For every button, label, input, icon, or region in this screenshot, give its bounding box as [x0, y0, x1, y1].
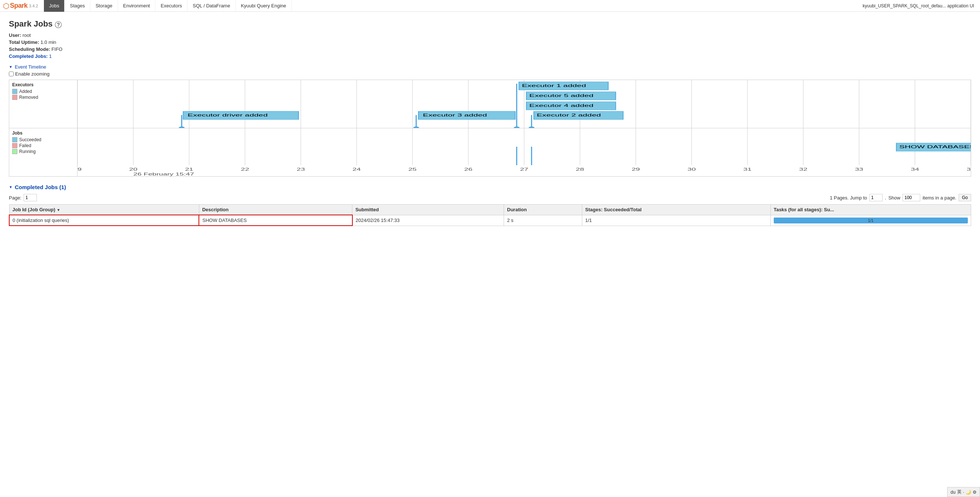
completed-jobs-section-header[interactable]: ▼ Completed Jobs (1) [9, 184, 971, 190]
timeline-container: Executors Added Removed [9, 79, 971, 176]
page-title-text: Spark Jobs [9, 19, 53, 29]
td-description[interactable]: SHOW DATABASES [199, 215, 352, 225]
tab-environment[interactable]: Environment [118, 0, 156, 12]
period-separator: . [885, 195, 886, 200]
nav-app-name: kyuubi_USER_SPARK_SQL_root_defau... appl… [860, 3, 977, 8]
legend-succeeded-text: Succeeded [19, 137, 41, 142]
executors-label-col: Executors Added Removed [9, 80, 78, 128]
enable-zoom-text: Enable zooming [15, 71, 49, 77]
event-timeline-title: Event Timeline [15, 64, 46, 70]
event-timeline-toggle[interactable]: ▼ Event Timeline [9, 64, 971, 70]
executors-timeline-row: Executors Added Removed [9, 80, 971, 128]
svg-text:19: 19 [78, 167, 81, 171]
svg-point-34 [529, 127, 535, 128]
tab-executors[interactable]: Executors [155, 0, 188, 12]
svg-point-18 [178, 127, 185, 128]
uptime-value: 1.0 min [41, 40, 56, 45]
tasks-progress-bar: 1/1 [774, 218, 968, 224]
legend-added-box [12, 89, 18, 94]
legend-failed: Failed [12, 143, 74, 148]
th-job-id[interactable]: Job Id (Job Group) ▼ [9, 205, 199, 215]
svg-point-26 [514, 127, 520, 128]
svg-text:26 February 15:47: 26 February 15:47 [133, 172, 194, 176]
tab-storage[interactable]: Storage [91, 0, 118, 12]
executors-section-title: Executors [12, 82, 74, 87]
pagination-right: 1 Pages. Jump to . Show items in a page.… [830, 194, 971, 201]
svg-text:Executor 5 added: Executor 5 added [530, 93, 594, 98]
svg-text:33: 33 [855, 167, 864, 171]
th-submitted[interactable]: Submitted [352, 205, 504, 215]
tab-kyuubi[interactable]: Kyuubi Query Engine [236, 0, 292, 12]
table-header-row: Job Id (Job Group) ▼ Description Submitt… [9, 205, 971, 215]
spark-logo: ⬡ Spark 3.4.2 [3, 2, 38, 10]
svg-text:34: 34 [911, 167, 919, 171]
legend-added-text: Added [19, 89, 32, 94]
svg-text:32: 32 [799, 167, 808, 171]
jump-input[interactable] [869, 194, 883, 201]
svg-text:20: 20 [129, 167, 138, 171]
tab-stages[interactable]: Stages [65, 0, 90, 12]
enable-zoom-checkbox[interactable] [9, 71, 14, 76]
legend-failed-text: Failed [19, 143, 31, 148]
svg-text:21: 21 [185, 167, 193, 171]
svg-text:24: 24 [352, 167, 361, 171]
svg-text:31: 31 [743, 167, 752, 171]
user-label: User: [9, 32, 21, 38]
tab-jobs[interactable]: Jobs [44, 0, 65, 12]
show-input[interactable] [902, 194, 920, 201]
legend-removed: Removed [12, 95, 74, 100]
svg-text:Executor 4 added: Executor 4 added [530, 103, 594, 108]
svg-text:27: 27 [520, 167, 528, 171]
triangle-icon: ▼ [9, 65, 13, 69]
help-icon[interactable]: ? [55, 21, 62, 28]
completed-jobs-value: 1 [49, 54, 52, 59]
main-content: Spark Jobs ? User: root Total Uptime: 1.… [0, 12, 980, 233]
enable-zoom-label[interactable]: Enable zooming [9, 71, 971, 77]
user-info: User: root [9, 32, 971, 38]
spark-version: 3.4.2 [29, 4, 38, 8]
svg-text:Executor 1 added: Executor 1 added [522, 83, 586, 88]
th-stages[interactable]: Stages: Succeeded/Total [582, 205, 771, 215]
jobs-table-header: Job Id (Job Group) ▼ Description Submitt… [9, 205, 971, 215]
th-description[interactable]: Description [199, 205, 352, 215]
jobs-timeline-row: Jobs Succeeded Failed Running [9, 128, 971, 176]
jobs-svg: SHOW DATABASES (Jo 19 20 21 22 23 24 25 … [78, 128, 971, 176]
legend-running-box [12, 149, 18, 154]
go-button[interactable]: Go [959, 194, 971, 201]
jobs-label-col: Jobs Succeeded Failed Running [9, 128, 78, 176]
uptime-info: Total Uptime: 1.0 min [9, 40, 971, 45]
table-row: 0 (initialization sql queries) SHOW DATA… [9, 215, 971, 225]
navbar: ⬡ Spark 3.4.2 Jobs Stages Storage Enviro… [0, 0, 980, 12]
svg-text:30: 30 [687, 167, 696, 171]
td-duration: 2 s [504, 215, 582, 225]
svg-text:35: 35 [967, 167, 971, 171]
tab-sql-dataframe[interactable]: SQL / DataFrame [188, 0, 235, 12]
legend-added: Added [12, 89, 74, 94]
td-stages: 1/1 [582, 215, 771, 225]
legend-running: Running [12, 149, 74, 154]
legend-running-text: Running [19, 149, 36, 154]
th-duration[interactable]: Duration [504, 205, 582, 215]
page-label: Page: [9, 195, 21, 200]
svg-text:28: 28 [576, 167, 584, 171]
spark-logo-text: Spark [10, 2, 28, 10]
tasks-progress-label: 1/1 [774, 218, 968, 224]
uptime-label: Total Uptime: [9, 40, 39, 45]
svg-text:Executor 3 added: Executor 3 added [423, 113, 487, 118]
completed-jobs-section-title: Completed Jobs (1) [15, 184, 66, 190]
page-input[interactable] [24, 194, 37, 201]
app-id-text: application UI [947, 3, 974, 8]
svg-text:Executor driver added: Executor driver added [188, 113, 268, 118]
svg-text:29: 29 [632, 167, 640, 171]
th-tasks[interactable]: Tasks (for all stages): Su... [770, 205, 971, 215]
nav-tabs: Jobs Stages Storage Environment Executor… [44, 0, 292, 12]
scheduling-label: Scheduling Mode: [9, 46, 50, 52]
completed-jobs-triangle-icon: ▼ [9, 185, 13, 189]
td-submitted: 2024/02/26 15:47:33 [352, 215, 504, 225]
sort-arrow-icon: ▼ [56, 208, 60, 212]
page-title: Spark Jobs ? [9, 19, 971, 29]
legend-removed-box [12, 95, 18, 100]
jobs-section-title: Jobs [12, 130, 74, 136]
svg-text:22: 22 [241, 167, 250, 171]
completed-jobs-link[interactable]: Completed Jobs: 1 [9, 54, 52, 59]
